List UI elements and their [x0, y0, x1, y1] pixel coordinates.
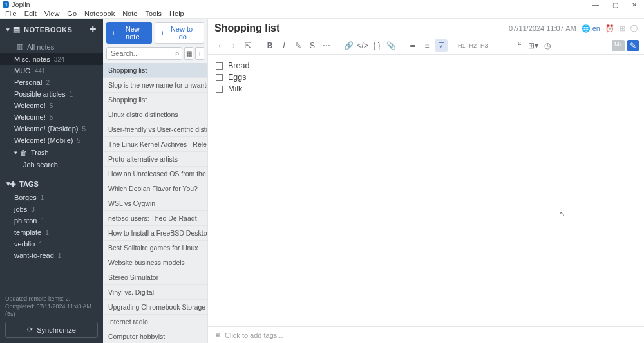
more-format-button[interactable]: ⋯: [320, 39, 333, 52]
search-icon[interactable]: ⌕: [175, 49, 180, 57]
spellcheck-button[interactable]: 🌐 en: [582, 24, 600, 33]
note-list-item[interactable]: How an Unreleased OS from the '80s Inspi: [103, 167, 207, 181]
sort-direction-button[interactable]: ↑: [195, 47, 204, 60]
notebooks-header[interactable]: ▾ ▤ NOTEBOOKS +: [0, 19, 103, 40]
checkbox-icon[interactable]: [216, 62, 223, 70]
markdown-mode-button[interactable]: M↓: [612, 40, 625, 51]
note-list-item[interactable]: Computer hobbyist: [103, 329, 207, 343]
tag-item[interactable]: template1: [0, 227, 103, 238]
menu-notebook[interactable]: Notebook: [80, 10, 118, 17]
note-list-item[interactable]: netbsd-users: Theo De Raadt: [103, 211, 207, 226]
inline-code-button[interactable]: { }: [370, 39, 383, 52]
tag-item[interactable]: Borges1: [0, 192, 103, 203]
notebook-item[interactable]: Welcome! (Mobile)5: [0, 134, 103, 146]
checkbox-list-button[interactable]: ☑: [435, 39, 448, 52]
code-button[interactable]: </>: [356, 39, 369, 52]
tag-item[interactable]: phiston1: [0, 215, 103, 227]
note-list-item[interactable]: The Linux Kernel Archives - Releases: [103, 137, 207, 152]
number-list-button[interactable]: ≡: [421, 39, 433, 52]
checklist-item[interactable]: Eggs: [216, 71, 636, 83]
notebook-label: MUO: [14, 67, 31, 75]
menu-edit[interactable]: Edit: [21, 10, 41, 17]
window-minimize[interactable]: —: [586, 0, 605, 9]
note-list-item[interactable]: Internet radio: [103, 315, 207, 329]
tag-item[interactable]: verblio1: [0, 238, 103, 250]
add-notebook-icon[interactable]: +: [90, 23, 97, 36]
notebook-item[interactable]: MUO441: [0, 65, 103, 77]
tags-header[interactable]: ▾ ◈ TAGS: [0, 176, 103, 192]
attach-button[interactable]: 📎: [384, 39, 397, 52]
checklist-item[interactable]: Bread: [216, 60, 636, 71]
external-edit-button[interactable]: ⇱: [242, 39, 254, 52]
link-button[interactable]: 🔗: [342, 39, 355, 52]
menu-note[interactable]: Note: [118, 10, 141, 17]
quote-button[interactable]: ❝: [513, 39, 526, 52]
richtext-mode-button[interactable]: ✎: [627, 40, 639, 51]
note-list-item[interactable]: Shopping list: [103, 93, 207, 107]
menu-tools[interactable]: Tools: [141, 10, 166, 17]
chevron-down-icon: ▾: [14, 149, 17, 156]
menu-help[interactable]: Help: [166, 10, 188, 17]
add-tags[interactable]: Click to add tags...: [225, 331, 283, 339]
note-title[interactable]: Shopping list: [214, 23, 279, 34]
new-todo-button[interactable]: + New to-do: [155, 22, 204, 44]
note-list-item[interactable]: User-friendly vs User-centric distros: [103, 122, 207, 137]
note-list-item[interactable]: Website business models: [103, 255, 207, 270]
synchronize-button[interactable]: ⟳ Synchronize: [5, 322, 98, 338]
menu-file[interactable]: File: [1, 10, 21, 17]
trash[interactable]: ▾ 🗑 Trash: [0, 146, 103, 159]
notebook-count: 1: [69, 91, 73, 98]
italic-button[interactable]: I: [278, 39, 290, 52]
note-list-item[interactable]: WSL vs Cygwin: [103, 196, 207, 211]
highlight-button[interactable]: ✎: [292, 39, 305, 52]
time-button[interactable]: ◷: [541, 39, 554, 52]
notebook-item[interactable]: Personal2: [0, 77, 103, 88]
note-list-item[interactable]: Which Debian Flavor for You?: [103, 181, 207, 196]
new-todo-label: New to-do: [167, 25, 198, 41]
checkbox-icon[interactable]: [216, 86, 223, 93]
sort-toggle-button[interactable]: ▦: [184, 47, 193, 60]
layout-icon[interactable]: ⊞: [620, 24, 625, 33]
tag-item[interactable]: jobs3: [0, 203, 103, 215]
note-list-item[interactable]: Upgrading Chromebook Storage: [103, 300, 207, 315]
note-list-item[interactable]: Best Solitaire games for Linux: [103, 241, 207, 255]
all-notes[interactable]: ▥ All notes: [0, 40, 103, 53]
menu-view[interactable]: View: [41, 10, 64, 17]
table-button[interactable]: ⊞▾: [527, 39, 540, 52]
window-close[interactable]: ✕: [625, 0, 644, 9]
back-button[interactable]: ‹: [213, 39, 226, 52]
notebook-item[interactable]: Welcome! (Desktop)5: [0, 123, 103, 134]
h1-button[interactable]: H1: [457, 42, 467, 49]
sidebar: ▾ ▤ NOTEBOOKS + ▥ All notes Misc. notes3…: [0, 19, 103, 343]
note-list-item[interactable]: Slop is the new name for unwanted AI-gen: [103, 78, 207, 93]
menu-go[interactable]: Go: [63, 10, 80, 17]
search-input[interactable]: [106, 47, 182, 60]
notebook-item[interactable]: Misc. notes324: [0, 53, 103, 65]
window-maximize[interactable]: ▢: [605, 0, 625, 9]
new-note-button[interactable]: + New note: [106, 22, 152, 44]
checklist-item[interactable]: Milk: [216, 83, 636, 95]
notebook-item[interactable]: Possible articles1: [0, 88, 103, 100]
trash-item[interactable]: Job search: [0, 159, 103, 171]
h2-button[interactable]: H2: [468, 42, 478, 49]
alarm-icon[interactable]: ⏰: [605, 24, 614, 33]
note-list-item[interactable]: Stereo Simulator: [103, 270, 207, 285]
note-list-item[interactable]: Proto-alternative artists: [103, 152, 207, 167]
note-list-item[interactable]: How to Install a FreeBSD Desktop: [103, 226, 207, 241]
note-list-item[interactable]: Linux distro distinctions: [103, 107, 207, 122]
editor-body[interactable]: ↖ BreadEggsMilk: [208, 55, 644, 326]
tag-item[interactable]: want-to-read1: [0, 250, 103, 261]
checkbox-icon[interactable]: [216, 74, 223, 81]
note-list-item[interactable]: Vinyl vs. Digital: [103, 285, 207, 300]
note-list-item[interactable]: Shopping list: [103, 63, 207, 78]
h3-button[interactable]: H3: [479, 42, 489, 49]
info-icon[interactable]: ⓘ: [630, 24, 638, 33]
hr-button[interactable]: —: [498, 39, 511, 52]
notebook-item[interactable]: Welcome!5: [0, 100, 103, 111]
tag-count: 1: [58, 252, 62, 259]
forward-button[interactable]: ›: [227, 39, 240, 52]
strikethrough-button[interactable]: S: [306, 39, 319, 52]
bullet-list-button[interactable]: ≣: [406, 39, 419, 52]
bold-button[interactable]: B: [263, 39, 276, 52]
notebook-item[interactable]: Welcome!5: [0, 111, 103, 123]
